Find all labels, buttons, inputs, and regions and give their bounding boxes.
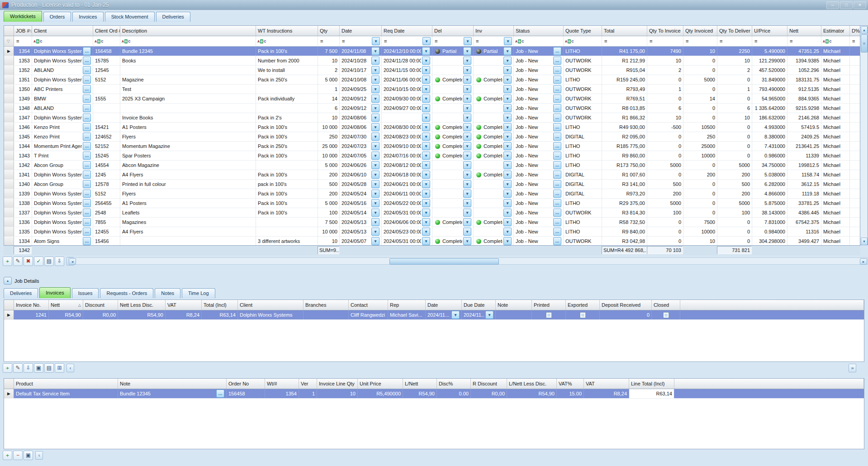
cell-qty_to_deliver[interactable]: 1 bbox=[717, 85, 752, 94]
cell-req_date[interactable]: 2024/06/06 00:00▾ bbox=[382, 218, 432, 227]
cell-client_ord[interactable]: 2548 bbox=[93, 208, 120, 217]
dropdown-button[interactable]: ▾ bbox=[463, 123, 471, 131]
row-indicator-cell[interactable] bbox=[4, 227, 14, 236]
cell-client_ord[interactable] bbox=[93, 113, 120, 122]
cell-req_date[interactable]: 2024/09/10 00:00▾ bbox=[382, 142, 432, 151]
cell-nett[interactable]: 1158.74 bbox=[787, 170, 821, 179]
cell-invoice_line_qty[interactable]: 10 bbox=[317, 389, 358, 398]
cell-d_pct[interactable] bbox=[850, 132, 860, 141]
cell-date[interactable]: 2024/10/17▾ bbox=[340, 66, 382, 75]
dropdown-button[interactable]: ▾ bbox=[371, 133, 379, 141]
cell-date[interactable]: 2024/08/06▾ bbox=[340, 113, 382, 122]
cell-req_date[interactable]: 2024/09/27 00:00▾ bbox=[382, 104, 432, 113]
print-button[interactable]: ▤ bbox=[44, 363, 54, 373]
col-header-rep[interactable]: Rep bbox=[388, 300, 426, 310]
col-header-r_discount[interactable]: R Discount bbox=[471, 379, 507, 389]
cell-d_pct[interactable] bbox=[850, 237, 860, 246]
cell-estimator[interactable]: Michael bbox=[821, 132, 850, 141]
row-indicator-cell[interactable] bbox=[4, 66, 14, 75]
cell-nett[interactable]: 3499.427 bbox=[787, 237, 821, 246]
cell-wt_instructions[interactable]: Pack in 2's bbox=[256, 113, 318, 122]
cell-qty_invoiced[interactable]: 0 bbox=[683, 104, 717, 113]
cell-vat_pct[interactable]: 15.00 bbox=[557, 389, 584, 398]
ellipsis-button[interactable]: … bbox=[553, 161, 561, 169]
table-row[interactable]: 1336Dolphin Worxs Systems…7855Magazines7… bbox=[4, 218, 860, 227]
cell-inv[interactable]: Complete▾ bbox=[474, 237, 514, 246]
cell-client[interactable]: ABC Printers… bbox=[32, 85, 93, 94]
cell-d_pct[interactable] bbox=[850, 75, 860, 84]
cell-qty_invoiced[interactable]: 0 bbox=[683, 113, 717, 122]
cell-wt_instructions[interactable] bbox=[256, 85, 318, 94]
cell-qty_to_deliver[interactable]: 5000 bbox=[717, 161, 752, 170]
scroll-up-button[interactable]: ▲ bbox=[861, 26, 868, 34]
cell-client[interactable]: Dolphin Worxs Systems… bbox=[32, 56, 93, 65]
ellipsis-button[interactable]: … bbox=[83, 85, 91, 93]
cell-client_ord[interactable]: 7855 bbox=[93, 218, 120, 227]
row-indicator-cell[interactable] bbox=[4, 132, 14, 141]
col-header-closed[interactable]: Closed bbox=[652, 300, 680, 310]
cell-nett[interactable]: 4386.445 bbox=[787, 208, 821, 217]
cell-d_pct[interactable] bbox=[850, 199, 860, 208]
cell-client_ord[interactable] bbox=[93, 104, 120, 113]
cell-d_pct[interactable] bbox=[850, 123, 860, 132]
cell-qty_to_deliver[interactable]: 10 bbox=[717, 113, 752, 122]
col-header-description[interactable]: Description bbox=[120, 26, 256, 36]
cell-total[interactable]: R2 095,00 bbox=[602, 132, 647, 141]
col-header-date[interactable]: Date bbox=[426, 300, 462, 310]
row-indicator-cell[interactable] bbox=[4, 218, 14, 227]
cell-u_price[interactable]: 4.866000 bbox=[752, 189, 787, 198]
cell-u_price[interactable]: 1 335.642000 bbox=[752, 104, 787, 113]
row-indicator-cell[interactable] bbox=[4, 113, 14, 122]
cell-qty[interactable]: 100 bbox=[318, 208, 340, 217]
dropdown-button[interactable]: ▾ bbox=[463, 47, 471, 55]
cell-date[interactable]: 2024/09/12▾ bbox=[340, 94, 382, 103]
cell-date[interactable]: 2024/05/13▾ bbox=[340, 218, 382, 227]
delete-button[interactable]: ✖ bbox=[24, 257, 33, 266]
cell-qty_to_invoice[interactable]: 0 bbox=[647, 151, 683, 160]
dropdown-button[interactable]: ▾ bbox=[422, 209, 430, 217]
cell-description[interactable]: Flyers bbox=[120, 189, 256, 198]
approve-button[interactable]: ✓ bbox=[34, 257, 43, 266]
col-header-printed[interactable]: Printed bbox=[532, 300, 566, 310]
cell-total[interactable]: R973,20 bbox=[602, 189, 647, 198]
cell-wt_instructions[interactable]: Pack in 100's bbox=[256, 170, 318, 179]
cell-status[interactable]: Job - New… bbox=[514, 104, 564, 113]
cell-quote_type[interactable]: DIGITAL bbox=[564, 170, 602, 179]
cell-req_date[interactable]: 2024/05/23 00:00▾ bbox=[382, 227, 432, 236]
col-header-inv[interactable]: Inv bbox=[474, 26, 514, 36]
cell-u_price[interactable]: 6.282000 bbox=[752, 180, 787, 189]
cell-req_date[interactable]: 2024/05/22 00:00▾ bbox=[382, 199, 432, 208]
dropdown-button[interactable]: ▾ bbox=[463, 218, 471, 226]
tab-notes[interactable]: Notes bbox=[155, 288, 180, 298]
edit-button[interactable]: ✎ bbox=[13, 363, 23, 373]
cell-qty_invoiced[interactable]: 10 bbox=[683, 47, 717, 56]
dropdown-button[interactable]: ▾ bbox=[422, 228, 430, 236]
cell-qty_invoiced[interactable]: 25000 bbox=[683, 142, 717, 151]
collapse-panel-button[interactable]: ▴ bbox=[4, 277, 12, 285]
cell-client_ord[interactable]: 15421 bbox=[93, 123, 120, 132]
cell-deposit_received[interactable]: 0 bbox=[600, 310, 652, 319]
dropdown-button[interactable]: ▾ bbox=[503, 152, 512, 160]
dropdown-button[interactable]: ▾ bbox=[371, 95, 379, 103]
cell-job[interactable]: 1348 bbox=[14, 104, 32, 113]
filter-date[interactable]: =▾ bbox=[340, 36, 382, 46]
cell-u_price[interactable]: 8.380000 bbox=[752, 132, 787, 141]
cell-client_ord[interactable]: 12545 bbox=[93, 66, 120, 75]
cell-date[interactable]: 2024/11/08▾ bbox=[340, 47, 382, 56]
row-indicator-cell[interactable] bbox=[4, 104, 14, 113]
cell-nett[interactable]: 2409.25 bbox=[787, 132, 821, 141]
table-row[interactable]: 1345Kenzo Print…124652FlyersPack in 100'… bbox=[4, 132, 860, 142]
cell-d_pct[interactable] bbox=[850, 47, 860, 56]
col-header-l_nett[interactable]: L/Nett bbox=[403, 379, 437, 389]
cell-l_nett[interactable]: R54,90 bbox=[403, 389, 437, 398]
cell-u_price[interactable]: 5.038000 bbox=[752, 170, 787, 179]
col-header-total[interactable]: Total bbox=[602, 26, 647, 36]
table-row[interactable]: 1349BMW…15552025 X3 CampaignPack individ… bbox=[4, 94, 860, 104]
col-header-ver[interactable]: Ver bbox=[299, 379, 317, 389]
cell-status[interactable]: Job - New… bbox=[514, 66, 564, 75]
cell-u_price[interactable]: 7.431000 bbox=[752, 142, 787, 151]
cell-inv[interactable]: ▾ bbox=[474, 85, 514, 94]
col-header-contact[interactable]: Contact bbox=[349, 300, 388, 310]
ellipsis-button[interactable]: … bbox=[553, 237, 561, 245]
cell-inv[interactable]: ▾ bbox=[474, 227, 514, 236]
